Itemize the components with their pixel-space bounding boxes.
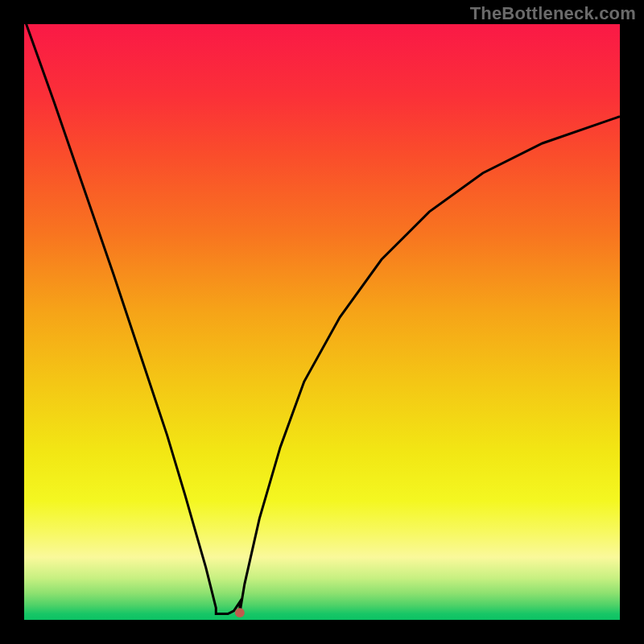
minimum-marker: [235, 608, 245, 617]
chart-background: [24, 24, 620, 620]
chart-frame: TheBottleneck.com: [0, 0, 644, 644]
chart-panel: [24, 24, 620, 620]
watermark-label: TheBottleneck.com: [470, 3, 636, 24]
